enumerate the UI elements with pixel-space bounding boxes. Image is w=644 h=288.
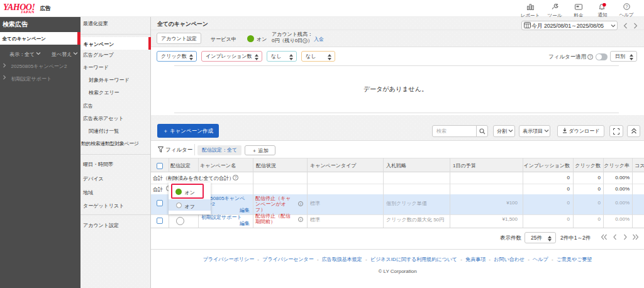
svg-text:?: ?	[625, 4, 628, 9]
